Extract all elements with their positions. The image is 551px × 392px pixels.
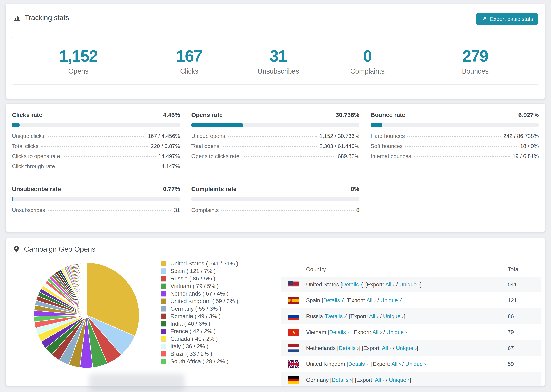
legend-item: India ( 46 / 3% ): [161, 320, 238, 328]
country-name: Russia: [306, 313, 325, 319]
total-value: 541: [508, 281, 541, 288]
rate-title: Complaints rate: [191, 186, 237, 192]
blurred-overlay: [89, 374, 185, 392]
details-link[interactable]: Details ›: [339, 345, 359, 351]
rate-row-value: 1,152 / 30.736%: [319, 133, 359, 139]
geo-table: Country Total United States [Details ›] …: [281, 262, 541, 386]
rate-row-value: 689.82%: [338, 153, 359, 159]
export-all-link[interactable]: All ›: [385, 281, 395, 287]
total-value: 67: [508, 345, 541, 351]
rate-panel-complaints-rate: Complaints rate0%Complaints0: [191, 186, 359, 217]
legend-item: Netherlands ( 67 / 4% ): [161, 290, 238, 297]
export-all-link[interactable]: All ›: [369, 313, 379, 319]
rate-row-label: Unsubscribes: [12, 207, 45, 213]
legend-swatch: [161, 268, 166, 274]
export-unique-link[interactable]: Unique ›: [383, 313, 404, 319]
table-row: Spain [Details ›] [Export: All › / Uniqu…: [281, 293, 541, 308]
legend-swatch: [161, 336, 166, 342]
rate-rows: Complaints0: [191, 207, 359, 217]
rate-row: Internal bounces19 / 6.81%: [371, 153, 539, 163]
rate-rows: Unique opens1,152 / 30.736%Total opens2,…: [191, 133, 359, 163]
export-all-link[interactable]: All ›: [366, 297, 376, 303]
dotted-leader: [63, 156, 156, 157]
export-unique-link[interactable]: Unique ›: [380, 297, 401, 303]
rate-row: Unique clicks167 / 4.456%: [12, 133, 180, 143]
dotted-leader: [242, 156, 335, 157]
rate-row-value: 220 / 5.87%: [151, 143, 180, 149]
stats-row: 1,152Opens167Clicks31Unsubscribes0Compla…: [12, 37, 539, 85]
legend-swatch: [161, 283, 166, 289]
dotted-leader: [414, 156, 510, 157]
legend-label: South Africa ( 29 / 2% ): [170, 358, 228, 365]
geo-table-header: Country Total: [281, 262, 541, 277]
legend-label: United States ( 541 / 31% ): [170, 260, 238, 267]
stat-box-opens: 1,152Opens: [12, 37, 145, 84]
export-all-link[interactable]: All ›: [382, 345, 391, 351]
legend-swatch: [161, 314, 166, 319]
dotted-leader: [405, 147, 517, 147]
rate-title: Bounce rate: [371, 112, 405, 118]
flag-us-icon: [288, 281, 299, 288]
legend-item: Romania ( 49 / 3% ): [161, 313, 238, 320]
rate-panel-header: Unsubscribe rate0.77%: [12, 186, 180, 192]
country-name: Germany: [306, 377, 330, 383]
legend-swatch: [161, 306, 166, 312]
total-value: 59: [508, 361, 541, 367]
stat-box-unsubscribes: 31Unsubscribes: [234, 37, 323, 84]
rate-row: Soft bounces18 / 0%: [371, 143, 539, 153]
progress-bar: [12, 197, 180, 202]
legend-item: United Kingdom ( 59 / 3% ): [161, 297, 238, 305]
legend-item: Vietnam ( 79 / 5% ): [161, 282, 238, 290]
rate-row-value: 242 / 86.738%: [503, 133, 539, 139]
details-link[interactable]: Details ›: [323, 297, 343, 303]
stat-value: 1,152: [59, 47, 98, 65]
rate-row: Complaints0: [191, 207, 359, 217]
details-link[interactable]: Details ›: [326, 313, 346, 319]
rate-row-label: Click through rate: [12, 163, 55, 169]
legend-item: United States ( 541 / 31% ): [161, 260, 238, 267]
geo-title: Campaign Geo Opens: [24, 245, 95, 253]
rate-row-value: 2,303 / 61.446%: [319, 143, 359, 149]
export-unique-link[interactable]: Unique ›: [389, 377, 410, 383]
details-link[interactable]: Details ›: [348, 361, 368, 367]
country-cell: Vietnam [Details ›] [Export: All › / Uni…: [306, 329, 508, 335]
legend-item: Brazil ( 33 / 2% ): [161, 350, 238, 358]
map-pin-icon: [13, 245, 20, 253]
export-all-link[interactable]: All ›: [375, 377, 384, 383]
export-unique-link[interactable]: Unique ›: [386, 329, 407, 335]
legend-label: Brazil ( 33 / 2% ): [170, 351, 212, 357]
details-link[interactable]: Details ›: [342, 281, 362, 287]
progress-bar-fill: [371, 123, 382, 127]
rate-row-value: 31: [174, 207, 180, 213]
rate-row: Total clicks220 / 5.87%: [12, 143, 180, 153]
legend-swatch: [161, 298, 166, 304]
dotted-leader: [47, 136, 145, 137]
rate-row-label: Total clicks: [12, 143, 38, 149]
export-basic-stats-button[interactable]: Export basic stats: [476, 13, 538, 25]
table-row: United States [Details ›] [Export: All ›…: [281, 277, 541, 293]
stat-label: Opens: [68, 67, 88, 75]
export-unique-link[interactable]: Unique ›: [399, 281, 420, 287]
stat-value: 0: [363, 47, 372, 65]
stat-label: Clicks: [180, 67, 198, 75]
legend-label: Spain ( 121 / 7% ): [170, 268, 216, 274]
details-link[interactable]: Details ›: [329, 329, 349, 335]
country-name: Spain: [306, 297, 322, 303]
export-unique-link[interactable]: Unique ›: [405, 361, 426, 367]
campaign-geo-opens-card: Campaign Geo Opens United States ( 541 /…: [6, 238, 545, 386]
tracking-stats-card: Tracking stats Export basic stats 1,152O…: [6, 4, 545, 99]
dotted-leader: [228, 136, 317, 137]
export-all-link[interactable]: All ›: [372, 329, 382, 335]
export-all-link[interactable]: All ›: [391, 361, 401, 367]
rate-title: Unsubscribe rate: [12, 186, 61, 192]
tracking-stats-page: Tracking stats Export basic stats 1,152O…: [0, 0, 551, 392]
rate-row: Unique opens1,152 / 30.736%: [191, 133, 359, 143]
stat-label: Complaints: [350, 67, 384, 75]
details-link[interactable]: Details ›: [332, 377, 352, 383]
flag-es-icon: [288, 297, 299, 304]
country-cell: Russia [Details ›] [Export: All › / Uniq…: [306, 313, 508, 320]
rates-card: Clicks rate4.46%Unique clicks167 / 4.456…: [6, 104, 545, 232]
export-unique-link[interactable]: Unique ›: [396, 345, 417, 351]
dotted-leader: [58, 167, 159, 167]
rate-row: Unsubscribes31: [12, 207, 180, 217]
